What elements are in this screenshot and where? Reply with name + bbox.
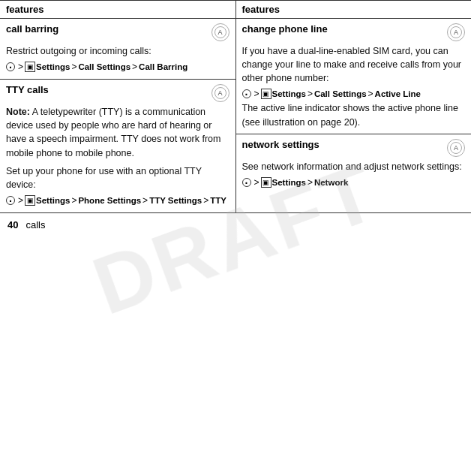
tty-nav: > ▣ Settings > Phone Settings > TTY Sett…	[6, 195, 230, 206]
settings-icon: ▣	[25, 62, 35, 72]
settings-icon: ▣	[25, 195, 35, 206]
nav-arrow: >	[254, 89, 260, 99]
nav-bullet	[242, 178, 251, 187]
footer: 40 calls	[0, 212, 471, 236]
left-col-header: features	[0, 1, 236, 19]
left-column: features call barring A Restrict outgoin…	[0, 1, 236, 212]
nav-arrow: >	[71, 195, 76, 206]
network-settings-title-row: network settings A	[242, 139, 466, 157]
nav-call-barring-label: Call Barring	[139, 62, 188, 71]
call-barring-body: Restrict outgoing or incoming calls:	[6, 44, 230, 58]
network-settings-section: network settings A See network informati…	[236, 134, 472, 194]
nav-arrow: >	[142, 195, 148, 206]
nav-tty-settings-label: TTY Settings	[149, 196, 202, 205]
nav-arrow: >	[132, 62, 137, 72]
change-phone-line-nav: > ▣ Settings > Call Settings > Active Li…	[242, 89, 466, 99]
page-wrapper: features call barring A Restrict outgoin…	[0, 0, 471, 236]
change-phone-line-title-row: change phone line A	[242, 23, 466, 41]
nav-phone-settings-label: Phone Settings	[78, 196, 141, 205]
tty-calls-body: Note: A teletypewriter (TTY) is a commun…	[6, 105, 230, 160]
nav-arrow: >	[18, 62, 23, 72]
nav-active-line-label: Active Line	[375, 89, 421, 98]
nav-bullet	[6, 62, 15, 71]
network-settings-body: See network information and adjust netwo…	[242, 160, 466, 173]
footer-label: calls	[26, 219, 45, 230]
nav-settings-label: Settings	[272, 178, 306, 187]
nav-arrow: >	[18, 195, 23, 206]
nav-arrow: >	[203, 195, 208, 206]
nav-arrow: >	[308, 89, 313, 99]
nav-settings-label: Settings	[36, 196, 70, 205]
call-barring-title: call barring	[6, 23, 58, 35]
nav-arrow: >	[254, 177, 260, 188]
tty-calls-icon: A	[212, 84, 230, 102]
nav-settings-label: Settings	[36, 62, 70, 71]
nav-settings-label: Settings	[272, 89, 306, 98]
call-barring-icon: A	[212, 23, 230, 41]
nav-tty-label: TTY	[210, 196, 226, 205]
nav-arrow: >	[308, 177, 313, 188]
nav-call-settings-label: Call Settings	[314, 89, 367, 98]
nav-bullet	[6, 196, 15, 205]
nav-network-label: Network	[314, 178, 348, 187]
main-columns: features call barring A Restrict outgoin…	[0, 0, 471, 212]
nav-call-settings-label: Call Settings	[78, 62, 130, 71]
tty-setup-text: Set up your phone for use with an option…	[6, 164, 230, 191]
right-col-header: features	[236, 1, 472, 19]
call-barring-title-row: call barring A	[6, 23, 230, 41]
right-column: features change phone line A If you have…	[236, 1, 472, 212]
tty-note-text: A teletypewriter (TTY) is a communicatio…	[6, 107, 220, 158]
nav-arrow: >	[368, 89, 374, 99]
change-phone-line-icon: A	[447, 23, 465, 41]
nav-arrow: >	[71, 62, 76, 72]
tty-calls-section: TTY calls A Note: A teletypewriter (TTY)…	[0, 80, 236, 212]
network-settings-nav: > ▣ Settings > Network	[242, 177, 466, 188]
call-barring-section: call barring A Restrict outgoing or inco…	[0, 19, 236, 80]
settings-icon: ▣	[261, 177, 272, 188]
call-barring-nav: > ▣ Settings > Call Settings > Call Barr…	[6, 62, 230, 72]
network-settings-icon: A	[447, 139, 465, 157]
change-phone-line-section: change phone line A If you have a dual-l…	[236, 19, 472, 134]
network-settings-title: network settings	[242, 139, 320, 150]
settings-icon: ▣	[261, 89, 272, 99]
tty-calls-title-row: TTY calls A	[6, 84, 230, 102]
tty-calls-title: TTY calls	[6, 84, 49, 95]
page-number: 40	[8, 219, 18, 230]
change-phone-line-title: change phone line	[242, 23, 328, 35]
nav-bullet	[242, 89, 251, 98]
change-phone-line-body-after: The active line indicator shows the acti…	[242, 101, 466, 128]
change-phone-line-body: If you have a dual-line-enabled SIM card…	[242, 44, 466, 85]
note-label: Note:	[6, 107, 30, 117]
